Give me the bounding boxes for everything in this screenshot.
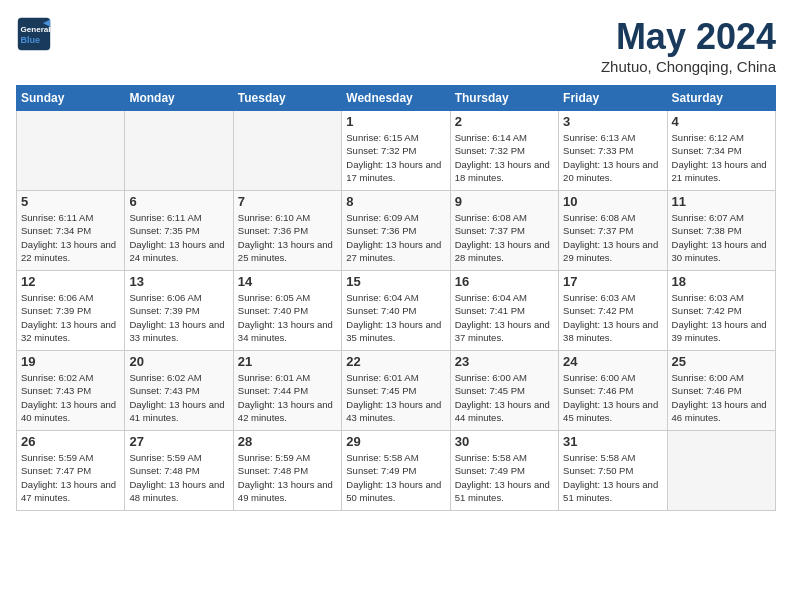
day-info: Sunrise: 5:58 AMSunset: 7:49 PMDaylight:… (455, 451, 554, 504)
day-info: Sunrise: 6:00 AMSunset: 7:46 PMDaylight:… (672, 371, 771, 424)
day-number: 28 (238, 434, 337, 449)
weekday-header: Sunday (17, 86, 125, 111)
day-number: 6 (129, 194, 228, 209)
day-info: Sunrise: 6:08 AMSunset: 7:37 PMDaylight:… (563, 211, 662, 264)
day-info: Sunrise: 6:05 AMSunset: 7:40 PMDaylight:… (238, 291, 337, 344)
day-info: Sunrise: 5:59 AMSunset: 7:48 PMDaylight:… (238, 451, 337, 504)
calendar-cell: 14Sunrise: 6:05 AMSunset: 7:40 PMDayligh… (233, 271, 341, 351)
day-info: Sunrise: 5:59 AMSunset: 7:48 PMDaylight:… (129, 451, 228, 504)
weekday-header: Friday (559, 86, 667, 111)
calendar-cell: 5Sunrise: 6:11 AMSunset: 7:34 PMDaylight… (17, 191, 125, 271)
day-info: Sunrise: 5:58 AMSunset: 7:49 PMDaylight:… (346, 451, 445, 504)
day-info: Sunrise: 5:59 AMSunset: 7:47 PMDaylight:… (21, 451, 120, 504)
day-number: 27 (129, 434, 228, 449)
svg-text:General: General (21, 25, 51, 34)
day-number: 25 (672, 354, 771, 369)
calendar-cell: 27Sunrise: 5:59 AMSunset: 7:48 PMDayligh… (125, 431, 233, 511)
calendar-cell: 12Sunrise: 6:06 AMSunset: 7:39 PMDayligh… (17, 271, 125, 351)
day-number: 26 (21, 434, 120, 449)
calendar-cell: 26Sunrise: 5:59 AMSunset: 7:47 PMDayligh… (17, 431, 125, 511)
day-info: Sunrise: 6:07 AMSunset: 7:38 PMDaylight:… (672, 211, 771, 264)
calendar-cell: 4Sunrise: 6:12 AMSunset: 7:34 PMDaylight… (667, 111, 775, 191)
day-number: 31 (563, 434, 662, 449)
day-number: 15 (346, 274, 445, 289)
day-info: Sunrise: 6:15 AMSunset: 7:32 PMDaylight:… (346, 131, 445, 184)
day-info: Sunrise: 6:11 AMSunset: 7:35 PMDaylight:… (129, 211, 228, 264)
calendar-cell: 10Sunrise: 6:08 AMSunset: 7:37 PMDayligh… (559, 191, 667, 271)
day-number: 12 (21, 274, 120, 289)
day-info: Sunrise: 6:03 AMSunset: 7:42 PMDaylight:… (563, 291, 662, 344)
calendar-cell: 7Sunrise: 6:10 AMSunset: 7:36 PMDaylight… (233, 191, 341, 271)
day-number: 3 (563, 114, 662, 129)
day-number: 7 (238, 194, 337, 209)
calendar-cell: 30Sunrise: 5:58 AMSunset: 7:49 PMDayligh… (450, 431, 558, 511)
day-number: 30 (455, 434, 554, 449)
day-info: Sunrise: 6:10 AMSunset: 7:36 PMDaylight:… (238, 211, 337, 264)
day-info: Sunrise: 6:00 AMSunset: 7:46 PMDaylight:… (563, 371, 662, 424)
calendar-cell (233, 111, 341, 191)
weekday-header: Wednesday (342, 86, 450, 111)
day-number: 2 (455, 114, 554, 129)
day-number: 5 (21, 194, 120, 209)
day-number: 10 (563, 194, 662, 209)
day-info: Sunrise: 6:02 AMSunset: 7:43 PMDaylight:… (129, 371, 228, 424)
day-number: 29 (346, 434, 445, 449)
calendar-cell: 25Sunrise: 6:00 AMSunset: 7:46 PMDayligh… (667, 351, 775, 431)
day-number: 16 (455, 274, 554, 289)
day-info: Sunrise: 5:58 AMSunset: 7:50 PMDaylight:… (563, 451, 662, 504)
calendar-cell: 3Sunrise: 6:13 AMSunset: 7:33 PMDaylight… (559, 111, 667, 191)
calendar-cell: 8Sunrise: 6:09 AMSunset: 7:36 PMDaylight… (342, 191, 450, 271)
calendar-table: SundayMondayTuesdayWednesdayThursdayFrid… (16, 85, 776, 511)
calendar-cell (667, 431, 775, 511)
calendar-cell: 24Sunrise: 6:00 AMSunset: 7:46 PMDayligh… (559, 351, 667, 431)
day-info: Sunrise: 6:01 AMSunset: 7:45 PMDaylight:… (346, 371, 445, 424)
calendar-cell: 13Sunrise: 6:06 AMSunset: 7:39 PMDayligh… (125, 271, 233, 351)
day-number: 22 (346, 354, 445, 369)
logo: General Blue (16, 16, 52, 52)
calendar-cell (17, 111, 125, 191)
month-title: May 2024 (601, 16, 776, 58)
weekday-header: Saturday (667, 86, 775, 111)
day-number: 9 (455, 194, 554, 209)
day-number: 1 (346, 114, 445, 129)
calendar-cell: 2Sunrise: 6:14 AMSunset: 7:32 PMDaylight… (450, 111, 558, 191)
day-number: 17 (563, 274, 662, 289)
location: Zhutuo, Chongqing, China (601, 58, 776, 75)
day-info: Sunrise: 6:09 AMSunset: 7:36 PMDaylight:… (346, 211, 445, 264)
calendar-cell: 19Sunrise: 6:02 AMSunset: 7:43 PMDayligh… (17, 351, 125, 431)
day-info: Sunrise: 6:00 AMSunset: 7:45 PMDaylight:… (455, 371, 554, 424)
calendar-cell: 1Sunrise: 6:15 AMSunset: 7:32 PMDaylight… (342, 111, 450, 191)
day-info: Sunrise: 6:14 AMSunset: 7:32 PMDaylight:… (455, 131, 554, 184)
calendar-cell: 6Sunrise: 6:11 AMSunset: 7:35 PMDaylight… (125, 191, 233, 271)
logo-icon: General Blue (16, 16, 52, 52)
calendar-cell: 17Sunrise: 6:03 AMSunset: 7:42 PMDayligh… (559, 271, 667, 351)
calendar-cell: 9Sunrise: 6:08 AMSunset: 7:37 PMDaylight… (450, 191, 558, 271)
calendar-cell: 28Sunrise: 5:59 AMSunset: 7:48 PMDayligh… (233, 431, 341, 511)
calendar-cell: 21Sunrise: 6:01 AMSunset: 7:44 PMDayligh… (233, 351, 341, 431)
day-number: 21 (238, 354, 337, 369)
day-number: 23 (455, 354, 554, 369)
calendar-cell: 29Sunrise: 5:58 AMSunset: 7:49 PMDayligh… (342, 431, 450, 511)
day-number: 24 (563, 354, 662, 369)
calendar-cell: 15Sunrise: 6:04 AMSunset: 7:40 PMDayligh… (342, 271, 450, 351)
calendar-cell: 20Sunrise: 6:02 AMSunset: 7:43 PMDayligh… (125, 351, 233, 431)
day-number: 13 (129, 274, 228, 289)
day-info: Sunrise: 6:03 AMSunset: 7:42 PMDaylight:… (672, 291, 771, 344)
weekday-header: Thursday (450, 86, 558, 111)
day-info: Sunrise: 6:06 AMSunset: 7:39 PMDaylight:… (21, 291, 120, 344)
day-number: 11 (672, 194, 771, 209)
day-info: Sunrise: 6:12 AMSunset: 7:34 PMDaylight:… (672, 131, 771, 184)
day-info: Sunrise: 6:01 AMSunset: 7:44 PMDaylight:… (238, 371, 337, 424)
page-header: General Blue May 2024 Zhutuo, Chongqing,… (16, 16, 776, 75)
day-info: Sunrise: 6:13 AMSunset: 7:33 PMDaylight:… (563, 131, 662, 184)
day-info: Sunrise: 6:11 AMSunset: 7:34 PMDaylight:… (21, 211, 120, 264)
day-number: 8 (346, 194, 445, 209)
day-number: 14 (238, 274, 337, 289)
day-info: Sunrise: 6:04 AMSunset: 7:41 PMDaylight:… (455, 291, 554, 344)
calendar-cell: 18Sunrise: 6:03 AMSunset: 7:42 PMDayligh… (667, 271, 775, 351)
calendar-cell: 11Sunrise: 6:07 AMSunset: 7:38 PMDayligh… (667, 191, 775, 271)
calendar-cell: 23Sunrise: 6:00 AMSunset: 7:45 PMDayligh… (450, 351, 558, 431)
calendar-cell (125, 111, 233, 191)
day-number: 4 (672, 114, 771, 129)
calendar-cell: 31Sunrise: 5:58 AMSunset: 7:50 PMDayligh… (559, 431, 667, 511)
